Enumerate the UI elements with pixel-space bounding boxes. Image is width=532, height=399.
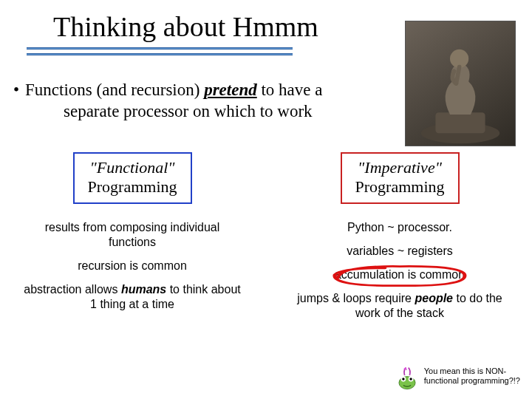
bullet-emph: pretend	[204, 81, 257, 99]
imperative-box-word: Programming	[355, 177, 445, 197]
right-note-3: accumulation is common	[335, 267, 465, 282]
right-column: "Imperative" Programming Python ~ proces…	[288, 152, 511, 324]
svg-rect-2	[435, 112, 485, 133]
right-note-2: variables ~ registers	[347, 244, 453, 259]
functional-box-title: "Functional"	[88, 158, 177, 177]
bullet-line2: separate processor on which to work	[13, 101, 369, 123]
imperative-box-title: "Imperative"	[355, 158, 445, 177]
functional-box-word: Programming	[88, 177, 177, 197]
bullet-text-b: to have a	[257, 81, 323, 99]
footer-line2: functional programming?!?	[424, 376, 520, 386]
left-note-3: abstraction allows humans to think about…	[21, 282, 244, 312]
left-note-1: results from composing individual functi…	[21, 220, 244, 250]
right-note-4: jumps & loops require people to do the w…	[288, 291, 511, 321]
svg-point-8	[409, 378, 412, 380]
footer-caption: You mean this is NON- functional program…	[395, 366, 520, 392]
thinker-image	[405, 21, 516, 146]
left-column: "Functional" Programming results from co…	[21, 152, 244, 324]
functional-box: "Functional" Programming	[73, 152, 192, 205]
imperative-box: "Imperative" Programming	[341, 152, 460, 205]
left-note-2: recursion is common	[78, 259, 187, 273]
svg-point-6	[402, 378, 404, 380]
right-note-1: Python ~ processor.	[347, 220, 452, 235]
title-rule	[27, 47, 293, 58]
footer-line1: You mean this is NON-	[424, 366, 520, 376]
alien-icon	[395, 366, 420, 392]
bullet-text-a: Functions (and recursion)	[25, 81, 204, 99]
